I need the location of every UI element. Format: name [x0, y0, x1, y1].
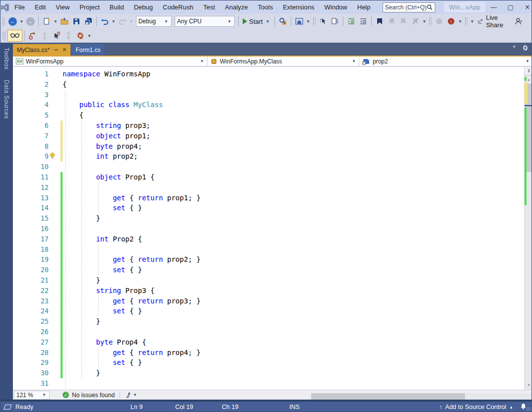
save-all-button[interactable]: [82, 15, 94, 27]
quick-actions-lightbulb-icon[interactable]: [49, 152, 56, 160]
vertical-scrollbar[interactable]: ⇕ ▲ ▼: [524, 67, 532, 390]
code-text-area[interactable]: namespace WinFormsApp{ public class MyCl…: [63, 69, 524, 390]
menu-item-view[interactable]: View: [51, 0, 74, 14]
coderush-refresh-button[interactable]: [27, 30, 39, 42]
project-dropdown[interactable]: C# WinFormsApp ▼: [13, 57, 207, 66]
status-column[interactable]: Col 19: [175, 402, 193, 412]
menu-item-debug[interactable]: Debug: [129, 0, 158, 14]
zoom-level-combo[interactable]: 121 % ▼: [14, 391, 50, 400]
navigate-forward-button[interactable]: →: [24, 15, 36, 27]
menu-item-coderush[interactable]: CodeRush: [158, 0, 198, 14]
code-cleanup-broom-icon[interactable]: [125, 392, 132, 399]
save-button[interactable]: [70, 15, 82, 27]
navigate-back-dropdown[interactable]: ▼: [18, 19, 24, 24]
close-button[interactable]: ✕: [519, 0, 532, 14]
coderush-jump-to-button[interactable]: [51, 30, 63, 42]
maximize-button[interactable]: ▢: [502, 0, 519, 14]
member-dropdown[interactable]: prop2 ▼: [359, 57, 532, 66]
error-list-button[interactable]: !: [445, 15, 457, 27]
navigate-back-button[interactable]: ←: [6, 15, 18, 27]
menu-item-extensions[interactable]: Extensions: [278, 0, 320, 14]
code-line[interactable]: get { return prop1; }: [63, 193, 524, 203]
menu-item-analyze[interactable]: Analyze: [220, 0, 253, 14]
code-line[interactable]: set { }: [63, 265, 524, 275]
window-resize-grip[interactable]: [526, 407, 531, 412]
toolbar-grip[interactable]: [313, 17, 316, 26]
horizontal-scrollbar-thumb[interactable]: [311, 393, 465, 400]
close-tab-icon[interactable]: ✕: [62, 47, 66, 53]
code-line[interactable]: string prop3;: [63, 120, 524, 131]
error-dropdown[interactable]: ▼: [457, 19, 463, 24]
code-line[interactable]: namespace WinFormsApp: [63, 69, 524, 79]
code-line[interactable]: [63, 162, 524, 172]
navigate-to-cursor-button[interactable]: [317, 15, 329, 27]
code-line[interactable]: object prop1;: [63, 131, 524, 141]
menu-item-file[interactable]: File: [9, 0, 30, 14]
coderush-move-up-button[interactable]: [39, 30, 51, 42]
toolbar-grip[interactable]: [2, 17, 5, 26]
home-dropdown[interactable]: ▼: [305, 19, 311, 24]
code-line[interactable]: {: [63, 110, 524, 120]
code-line[interactable]: object Prop1 {: [63, 172, 524, 182]
code-line[interactable]: int Prop2 {: [63, 234, 524, 244]
editor-split-handle-icon[interactable]: ⇕: [525, 67, 532, 75]
menu-item-test[interactable]: Test: [198, 0, 220, 14]
find-in-files-button[interactable]: [277, 15, 289, 27]
redo-dropdown[interactable]: ▼: [129, 19, 134, 24]
menu-item-build[interactable]: Build: [105, 0, 129, 14]
code-line[interactable]: byte Prop4 {: [63, 337, 524, 348]
code-line[interactable]: [63, 378, 524, 389]
toggle-bookmark-button[interactable]: [374, 15, 386, 27]
live-share-button[interactable]: Live Share: [475, 13, 510, 30]
toolbar-grip[interactable]: [465, 17, 467, 26]
bookmark-dropdown[interactable]: ▼: [421, 19, 427, 24]
code-line[interactable]: set { }: [63, 203, 524, 213]
code-line[interactable]: string Prop3 {: [63, 286, 524, 296]
redo-button[interactable]: [117, 15, 129, 27]
solution-configuration-combo[interactable]: Debug ▼: [136, 16, 172, 27]
status-character[interactable]: Ch 19: [222, 402, 238, 412]
document-tab-myclass-cs-[interactable]: MyClass.cs*⊸✕: [13, 44, 70, 56]
document-tab-form1-cs[interactable]: Form1.cs: [71, 44, 104, 56]
next-bookmark-button[interactable]: [398, 15, 409, 27]
code-line[interactable]: }: [63, 275, 524, 286]
toggle-breakpoint-button[interactable]: [433, 15, 445, 27]
code-line[interactable]: get { return prop4; }: [63, 348, 524, 358]
status-line[interactable]: Ln 9: [131, 402, 142, 412]
menu-item-help[interactable]: Help: [352, 0, 376, 14]
code-line[interactable]: get { return prop3; }: [63, 296, 524, 306]
increase-indent-button[interactable]: [357, 15, 369, 27]
solution-explorer-home-button[interactable]: [293, 15, 305, 27]
minimize-button[interactable]: —: [485, 0, 502, 14]
menu-item-project[interactable]: Project: [74, 0, 104, 14]
code-line[interactable]: [63, 182, 524, 193]
toolbar-grip[interactable]: [429, 17, 432, 26]
new-project-dropdown[interactable]: ▼: [53, 19, 59, 24]
background-tasks-icon[interactable]: [4, 402, 11, 412]
code-line[interactable]: }: [63, 316, 524, 327]
add-to-source-control-button[interactable]: ↑ Add to Source Control ▲: [439, 404, 513, 411]
type-dropdown[interactable]: WinFormsApp.MyClass ▼: [207, 57, 359, 66]
tab-options-gear-icon[interactable]: [522, 45, 529, 53]
code-line[interactable]: int prop2;: [63, 151, 524, 162]
code-line[interactable]: byte prop4;: [63, 141, 524, 152]
horizontal-scrollbar[interactable]: [311, 393, 532, 400]
undo-button[interactable]: [99, 15, 111, 27]
code-line[interactable]: [63, 327, 524, 337]
code-cleanup-dropdown[interactable]: ▼: [132, 393, 138, 397]
pin-tab-icon[interactable]: ⊸: [54, 47, 58, 53]
sidebar-tab-data-sources[interactable]: Data Sources: [3, 75, 10, 124]
menu-item-tools[interactable]: Tools: [253, 0, 278, 14]
decrease-indent-button[interactable]: [345, 15, 357, 27]
menu-item-window[interactable]: Window: [320, 0, 352, 14]
code-line[interactable]: set { }: [63, 357, 524, 368]
code-line[interactable]: [63, 244, 524, 255]
clear-bookmarks-button[interactable]: [409, 15, 421, 27]
code-editor[interactable]: 1234567891011121314151617181920212223242…: [13, 67, 532, 390]
start-debugging-button[interactable]: Start ▼: [241, 18, 272, 25]
coderush-toolbar-dropdown[interactable]: ▼: [86, 34, 92, 38]
tab-list-dropdown[interactable]: ▼: [511, 45, 517, 53]
search-input[interactable]: Search (Ctrl+Q): [383, 2, 435, 12]
toolbar-options-dropdown[interactable]: ▼: [469, 19, 475, 24]
coderush-move-down-button[interactable]: [63, 30, 74, 42]
